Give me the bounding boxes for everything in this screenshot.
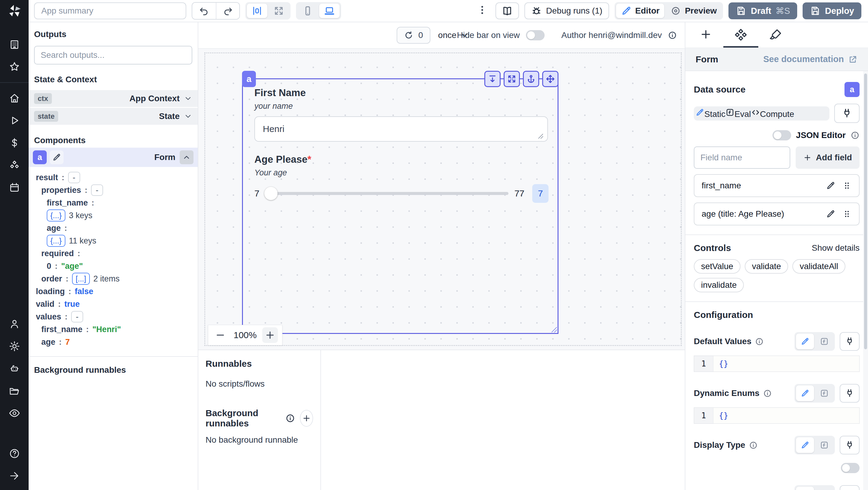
full-width-button[interactable]	[269, 4, 289, 18]
expand-object-badge[interactable]: {...}	[47, 209, 65, 221]
sidebar-item-resources[interactable]	[0, 154, 29, 176]
sidebar-item-schedules[interactable]	[0, 176, 29, 198]
see-documentation-link[interactable]: See documentation	[764, 54, 858, 64]
rename-component-button[interactable]	[50, 150, 64, 164]
info-icon[interactable]	[668, 31, 677, 40]
chevron-down-icon[interactable]	[184, 112, 192, 121]
add-background-runnable-button[interactable]	[300, 410, 313, 427]
search-outputs-input[interactable]	[34, 46, 192, 64]
refresh-button[interactable]: 0	[397, 27, 430, 44]
windmill-logo[interactable]	[7, 4, 22, 21]
connect-button[interactable]	[840, 485, 860, 490]
slider-thumb[interactable]	[264, 187, 278, 200]
drag-handle-icon[interactable]	[842, 181, 852, 190]
eval-tab[interactable]: Eval	[725, 108, 751, 119]
editor-tab[interactable]: Editor	[616, 4, 664, 18]
draft-button[interactable]: Draft⌘S	[728, 2, 797, 19]
eval-mode-button[interactable]	[815, 334, 833, 349]
static-mode-button[interactable]	[796, 386, 814, 401]
slider-track[interactable]	[266, 187, 508, 200]
sidebar-item-favorites[interactable]	[0, 56, 29, 78]
field-row-first-name[interactable]: first_name	[694, 174, 860, 197]
info-icon[interactable]	[850, 131, 860, 140]
first-name-input[interactable]	[254, 116, 548, 142]
info-icon[interactable]	[749, 441, 758, 450]
sidebar-item-help[interactable]	[0, 442, 29, 465]
chevron-down-icon[interactable]	[184, 94, 192, 103]
styling-tab[interactable]	[758, 22, 793, 48]
fill-height-button[interactable]	[484, 71, 501, 87]
compute-tab[interactable]: Compute	[751, 108, 795, 119]
redo-button[interactable]	[216, 3, 239, 19]
expand-object-badge[interactable]: {...}	[47, 235, 65, 247]
debug-runs-button[interactable]: Debug runs (1)	[524, 2, 609, 19]
undo-button[interactable]	[192, 3, 216, 19]
dynamic-enums-editor[interactable]: 1 {}	[694, 407, 860, 424]
connect-button[interactable]	[834, 104, 860, 123]
info-icon[interactable]	[285, 414, 295, 423]
show-details-link[interactable]: Show details	[812, 243, 860, 253]
static-mode-button[interactable]	[796, 487, 814, 490]
collapse-toggle[interactable]: -	[68, 172, 80, 183]
collapse-component-button[interactable]	[180, 150, 193, 164]
sidebar-item-variables[interactable]	[0, 132, 29, 154]
connect-button[interactable]	[840, 332, 860, 351]
static-mode-button[interactable]	[796, 437, 814, 453]
eval-mode-button[interactable]	[815, 437, 833, 453]
scrollbar-thumb[interactable]	[864, 73, 867, 349]
json-editor-toggle[interactable]	[772, 130, 791, 141]
move-component-button[interactable]	[542, 71, 558, 87]
sidebar-item-workers[interactable]	[0, 358, 29, 380]
eval-mode-button[interactable]	[815, 487, 833, 490]
sidebar-item-home[interactable]	[0, 87, 29, 110]
sidebar-item-settings[interactable]	[0, 335, 29, 358]
desktop-view-button[interactable]	[319, 4, 340, 18]
zoom-in-button[interactable]	[262, 327, 278, 343]
zoom-out-button[interactable]	[213, 327, 228, 343]
info-icon[interactable]	[755, 337, 764, 346]
field-name-input[interactable]	[694, 147, 790, 169]
preview-tab[interactable]: Preview	[665, 4, 721, 18]
eval-mode-button[interactable]	[815, 386, 833, 401]
info-icon[interactable]	[763, 389, 772, 398]
hide-bar-toggle[interactable]	[526, 30, 545, 40]
ctx-row[interactable]: ctx App Context	[29, 90, 198, 107]
more-options-button[interactable]	[474, 4, 490, 18]
connect-button[interactable]	[840, 436, 860, 454]
selected-form-component[interactable]: a First Name your name	[242, 78, 558, 334]
component-row-form[interactable]: a Form	[29, 148, 198, 167]
sidebar-item-workspace[interactable]	[0, 33, 29, 56]
insert-component-tab[interactable]	[688, 22, 723, 48]
collapse-toggle[interactable]: -	[71, 311, 83, 323]
static-mode-button[interactable]	[796, 334, 814, 349]
state-row[interactable]: state State	[29, 108, 198, 125]
validate-pill[interactable]: validate	[745, 259, 788, 274]
add-field-button[interactable]: Add field	[796, 147, 860, 169]
invalidate-pill[interactable]: invalidate	[694, 278, 744, 292]
field-row-age[interactable]: age (title: Age Please)	[694, 203, 860, 225]
sidebar-item-runs[interactable]	[0, 110, 29, 132]
setvalue-pill[interactable]: setValue	[694, 259, 741, 274]
connect-button[interactable]	[840, 384, 860, 403]
settings-tab[interactable]	[723, 22, 758, 48]
display-type-toggle[interactable]	[841, 463, 860, 473]
edit-field-icon[interactable]	[826, 209, 835, 219]
input-resize-handle[interactable]	[538, 134, 543, 139]
app-summary-input[interactable]	[34, 2, 186, 19]
sidebar-item-users[interactable]	[0, 313, 29, 335]
sidebar-item-folders[interactable]	[0, 380, 29, 402]
expand-array-badge[interactable]: [...]	[72, 273, 90, 285]
sidebar-item-audit[interactable]	[0, 402, 29, 424]
docs-button[interactable]	[495, 2, 519, 19]
edit-field-icon[interactable]	[826, 181, 835, 190]
app-canvas[interactable]: a First Name your name	[198, 48, 685, 349]
component-tag[interactable]: a	[242, 71, 256, 87]
component-resize-handle[interactable]	[552, 327, 557, 332]
drag-handle-icon[interactable]	[842, 209, 852, 219]
collapse-rail-button[interactable]	[0, 465, 29, 487]
mobile-view-button[interactable]	[298, 4, 318, 18]
anchor-component-button[interactable]	[523, 71, 539, 87]
collapse-toggle[interactable]: -	[91, 184, 103, 196]
deploy-button[interactable]: Deploy	[803, 2, 861, 19]
centered-layout-button[interactable]	[247, 4, 267, 18]
